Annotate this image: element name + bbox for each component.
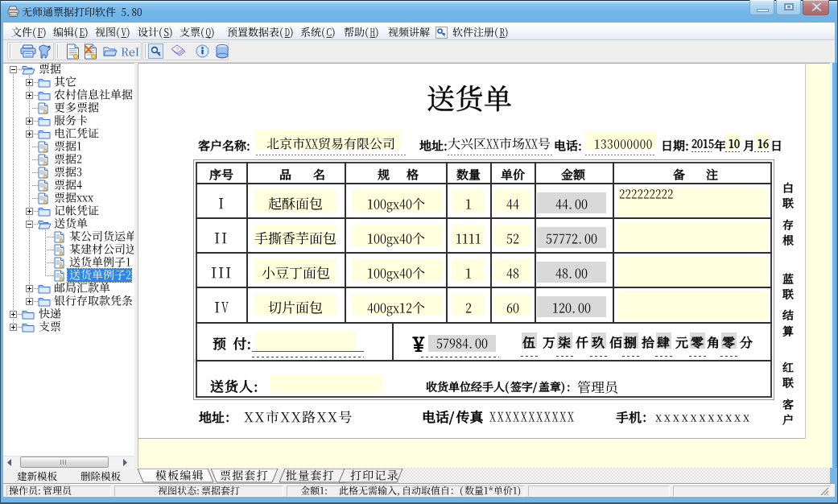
svg-text:?: ? — [175, 47, 179, 52]
